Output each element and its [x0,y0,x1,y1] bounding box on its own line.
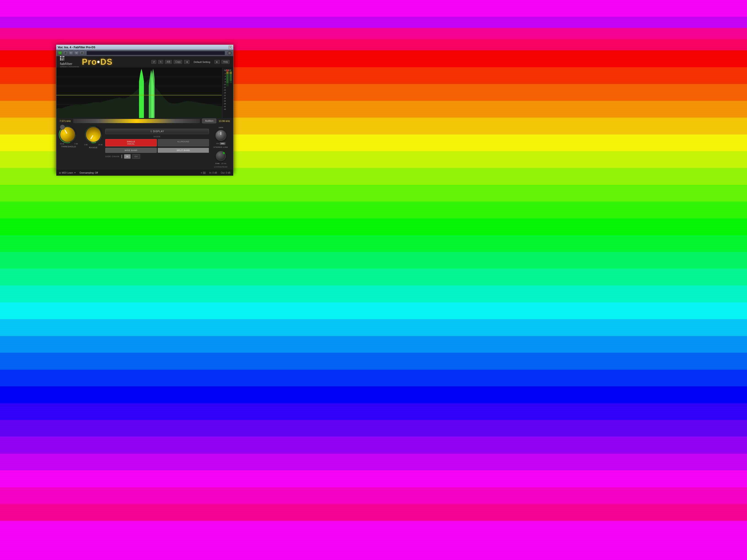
help-button[interactable]: Help [222,60,230,64]
svg-rect-25 [230,73,232,74]
toolbar-knob[interactable] [227,51,232,55]
sidechain-row: SIDE CHAIN In Ext [105,154,209,159]
toolbar: ⏻ ⬛ R W ⬛ [56,50,233,56]
svg-rect-33 [230,82,232,83]
band-row: WIDE BAND SPLIT BAND [105,148,209,153]
vu-label-18: -18 [224,91,226,94]
stereo-knob[interactable] [215,130,226,141]
vu-label-24: -24 [224,97,226,100]
range-group: 0 dB 24 dB RANGE [84,127,103,149]
center-controls: ⇧ DISPLAY MODE SINGLEVOCAL ALLROUND WIDE… [105,127,209,159]
ab-button[interactable]: A/B [165,60,172,64]
range-max: 24 dB [98,144,103,145]
split-band-button[interactable]: SPLIT BAND [158,148,209,153]
lookahead-knob[interactable] [216,151,226,161]
display-area: 0 -2 -4 -6 -8 -10 -12 -15 -18 -21 -24 -3… [56,68,233,118]
mode-row: SINGLEVOCAL ALLROUND [105,139,209,146]
single-vocal-button[interactable]: SINGLEVOCAL [105,139,157,146]
toolbar-btn-5[interactable]: ⬛ [80,51,84,55]
svg-rect-24 [230,72,232,73]
range-range: 0 dB 24 dB [84,144,103,145]
vu-label-48: -48 [224,108,226,111]
vu-label-8: -8 [224,81,226,83]
logo-grid [60,56,79,61]
svg-rect-9 [226,72,229,73]
display-button[interactable]: ⇧ DISPLAY [105,129,209,134]
sidechain-label: SIDE CHAIN [105,155,120,158]
svg-rect-31 [230,80,232,81]
title-bar: Vox: Ins. 4 - FabFilter Pro-DS × [56,45,233,50]
freq-slider-track[interactable] [73,119,200,123]
copy-button[interactable]: Copy [174,60,182,64]
logo-dot [63,59,64,60]
vu-label-2: -2 [224,72,226,75]
headphone-button[interactable]: 🎧 [60,125,65,130]
close-button[interactable]: × [229,46,232,49]
main-controls: 🎧 -30 dB 0 dB THRESHOLD [56,125,233,170]
vu-label-21: -21 [224,94,226,97]
allround-button[interactable]: ALLROUND [158,139,209,146]
range-knob-wrapper [85,127,101,142]
preset-prev-button[interactable]: ◄ [184,60,189,64]
vu-label-4: -4 [224,75,226,78]
vu-peak-left: -0.5 [224,69,227,71]
lookahead-power-led [223,152,225,154]
oversampling-control[interactable]: Oversampling: Off [79,171,98,174]
vu-meter: 0 -2 -4 -6 -8 -10 -12 -15 -18 -21 -24 -3… [222,68,233,118]
fabfilter-logo: fabfilter software instruments [60,56,79,68]
lookahead-label: LOOKAHEAD [214,166,228,168]
logo-dot [61,56,63,57]
product-name: Pro•DS [82,57,113,67]
logo-dot [60,58,61,59]
range-label: RANGE [89,146,98,149]
sidechain-ext-button[interactable]: Ext [132,154,140,159]
vu-label-10: -10 [224,83,226,86]
record-button[interactable]: R [69,51,73,55]
power-button[interactable]: ⏻ [58,51,62,55]
svg-rect-29 [230,78,232,78]
preset-next-button[interactable]: ► [214,60,220,64]
lookahead-val2: 15 ms [221,162,226,164]
svg-rect-12 [226,75,229,76]
midi-learn-button[interactable]: MIDI Learn ▼ [59,171,76,174]
toolbar-btn-2[interactable]: ⬛ [63,51,68,55]
vu-label-15: -15 [224,89,226,91]
output-level: Out: 0 dB [221,171,230,174]
logo-dot [61,58,63,59]
svg-rect-14 [226,78,229,78]
oversampling-label: Oversampling: [79,171,94,174]
redo-button[interactable]: ↻ [158,60,163,64]
threshold-group: 🎧 -30 dB 0 dB THRESHOLD [59,127,78,148]
plugin-header: fabfilter software instruments Pro•DS ↺ … [56,56,233,68]
stereo-mid-badge: MID [220,142,226,145]
vu-label-36: -36 [224,103,226,105]
undo-button[interactable]: ↺ [151,60,156,64]
write-button[interactable]: W [74,51,79,55]
svg-rect-19 [226,83,229,84]
spectrum-display [56,68,233,118]
logo-dot [63,58,64,59]
svg-rect-15 [226,79,229,79]
sidechain-indicator [121,155,122,158]
freq-high: 13.96 kHz [218,119,230,123]
logo-dot [63,56,64,57]
sidechain-in-button[interactable]: In [124,154,131,159]
vu-label-30: -30 [224,100,226,103]
audition-button[interactable]: Audition [202,118,216,123]
wide-band-button[interactable]: WIDE BAND [105,148,157,153]
vu-peak-right: -4.9 [228,69,231,71]
right-controls: 100% 0% MID STEREO LINK 0 ms 15 ms [212,127,230,168]
logo-dot [61,59,63,60]
toolbar-input[interactable] [86,51,225,55]
stereo-link-row: 0% MID [216,142,226,145]
plugin-window: Vox: Ins. 4 - FabFilter Pro-DS × ⏻ ⬛ R W… [56,45,233,173]
vu-label-6: -6 [224,78,226,81]
svg-rect-27 [230,75,232,76]
brand-sub: software instruments [60,65,79,68]
lookahead-val1: 0 ms [215,162,219,164]
stereo-pct: 0% [216,142,219,144]
stereo-pct-label: 100% [218,127,223,129]
svg-rect-21 [226,85,229,86]
glue-icon: ≡ ⬛ [201,171,206,174]
threshold-label: THRESHOLD [61,145,76,148]
